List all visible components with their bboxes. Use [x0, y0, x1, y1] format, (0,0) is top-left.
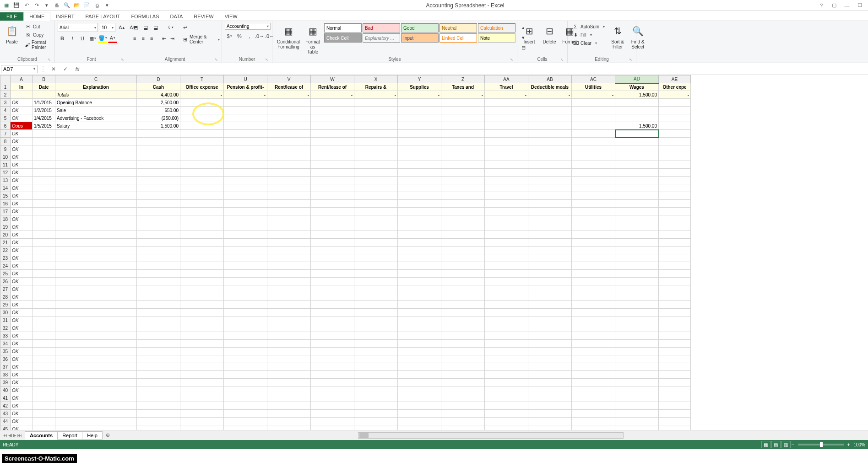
cell-Y15[interactable]	[398, 192, 441, 200]
cell-D31[interactable]	[137, 316, 180, 324]
cell-U25[interactable]	[224, 270, 267, 278]
cell-AB29[interactable]	[528, 301, 572, 309]
cell-Y35[interactable]	[398, 348, 441, 355]
align-middle-icon[interactable]: ⬓	[141, 23, 150, 32]
cell-AC44[interactable]	[572, 418, 615, 425]
cell-A27[interactable]: OK	[11, 285, 33, 293]
cell-AA30[interactable]	[485, 309, 528, 316]
cell-AC38[interactable]	[572, 371, 615, 379]
cell-Y22[interactable]	[398, 247, 441, 254]
cell-D25[interactable]	[137, 270, 180, 278]
cell-T3[interactable]	[180, 99, 224, 107]
cell-W44[interactable]	[311, 418, 354, 425]
cell-Z24[interactable]	[441, 262, 485, 270]
cell-AC34[interactable]	[572, 340, 615, 348]
row-header-20[interactable]: 20	[0, 231, 11, 239]
cell-B26[interactable]	[33, 278, 55, 285]
cell-Z29[interactable]	[441, 301, 485, 309]
cell-A3[interactable]: OK	[11, 99, 33, 107]
cell-AA24[interactable]	[485, 262, 528, 270]
cell-W34[interactable]	[311, 340, 354, 348]
cell-AB11[interactable]	[528, 161, 572, 169]
cell-AA20[interactable]	[485, 231, 528, 239]
cell-AA42[interactable]	[485, 402, 528, 410]
cell-D36[interactable]	[137, 355, 180, 363]
header-cell[interactable]: Repairs &	[354, 83, 398, 91]
cell-V40[interactable]	[267, 386, 311, 394]
cell-T21[interactable]	[180, 239, 224, 247]
cell-AA22[interactable]	[485, 247, 528, 254]
cell-AA3[interactable]	[485, 99, 528, 107]
row-header-34[interactable]: 34	[0, 340, 11, 348]
cell-W6[interactable]	[311, 122, 354, 130]
cell-W33[interactable]	[311, 332, 354, 340]
cell-AC21[interactable]	[572, 239, 615, 247]
cell-AA37[interactable]	[485, 363, 528, 371]
cell-AE6[interactable]	[659, 122, 691, 130]
cell-AB36[interactable]	[528, 355, 572, 363]
cell-AA41[interactable]	[485, 394, 528, 402]
cell-Y36[interactable]	[398, 355, 441, 363]
row-header-37[interactable]: 37	[0, 363, 11, 371]
cell-D11[interactable]	[137, 161, 180, 169]
cell-X13[interactable]	[354, 177, 398, 184]
qat-icon[interactable]: 🖶	[53, 2, 60, 9]
cell-AA8[interactable]	[485, 138, 528, 145]
header-cell[interactable]: Cash	[137, 83, 180, 91]
cell-C12[interactable]	[55, 169, 137, 177]
cell-B3[interactable]: 1/1/2015	[33, 99, 55, 107]
cell-A7[interactable]: OK	[11, 130, 33, 138]
cell-AD24[interactable]	[615, 262, 659, 270]
cell-AE18[interactable]	[659, 215, 691, 223]
cell-W18[interactable]	[311, 215, 354, 223]
cell-Z27[interactable]	[441, 285, 485, 293]
row-header-45[interactable]: 45	[0, 425, 11, 430]
cell-AB31[interactable]	[528, 316, 572, 324]
cell-AA7[interactable]	[485, 130, 528, 138]
cell-W21[interactable]	[311, 239, 354, 247]
cell-U44[interactable]	[224, 418, 267, 425]
cell-U16[interactable]	[224, 200, 267, 208]
cell-Y3[interactable]	[398, 99, 441, 107]
cell-C32[interactable]	[55, 324, 137, 332]
cell-AD44[interactable]	[615, 418, 659, 425]
cell-U31[interactable]	[224, 316, 267, 324]
row-header-8[interactable]: 8	[0, 138, 11, 145]
cell-Z5[interactable]	[441, 114, 485, 122]
cell-B25[interactable]	[33, 270, 55, 278]
cell-C41[interactable]	[55, 394, 137, 402]
cell-AE30[interactable]	[659, 309, 691, 316]
cell-Z41[interactable]	[441, 394, 485, 402]
cell-D19[interactable]	[137, 223, 180, 231]
cell-T19[interactable]	[180, 223, 224, 231]
cell-B17[interactable]	[33, 208, 55, 215]
cell-AB38[interactable]	[528, 371, 572, 379]
cell-V24[interactable]	[267, 262, 311, 270]
header-cell[interactable]: Travel	[485, 83, 528, 91]
cell-B12[interactable]	[33, 169, 55, 177]
cell-AD4[interactable]	[615, 107, 659, 114]
cell-V4[interactable]	[267, 107, 311, 114]
cell-D40[interactable]	[137, 386, 180, 394]
cell-Z25[interactable]	[441, 270, 485, 278]
cell-AE35[interactable]	[659, 348, 691, 355]
cell-Z18[interactable]	[441, 215, 485, 223]
row-header-18[interactable]: 18	[0, 215, 11, 223]
cell-AD21[interactable]	[615, 239, 659, 247]
col-header-C[interactable]: C	[55, 75, 137, 83]
cell-AB20[interactable]	[528, 231, 572, 239]
underline-button[interactable]: U	[78, 34, 87, 43]
cell-AE42[interactable]	[659, 402, 691, 410]
cell-C37[interactable]	[55, 363, 137, 371]
header-cell[interactable]: Supplies	[398, 83, 441, 91]
cell-T35[interactable]	[180, 348, 224, 355]
cell-AE25[interactable]	[659, 270, 691, 278]
cell-AE20[interactable]	[659, 231, 691, 239]
cell-B41[interactable]	[33, 394, 55, 402]
cell-U6[interactable]	[224, 122, 267, 130]
cell-AE27[interactable]	[659, 285, 691, 293]
select-all-cell[interactable]	[0, 75, 11, 83]
cell-Y4[interactable]	[398, 107, 441, 114]
cell-C30[interactable]	[55, 309, 137, 316]
cell-A14[interactable]: OK	[11, 184, 33, 192]
